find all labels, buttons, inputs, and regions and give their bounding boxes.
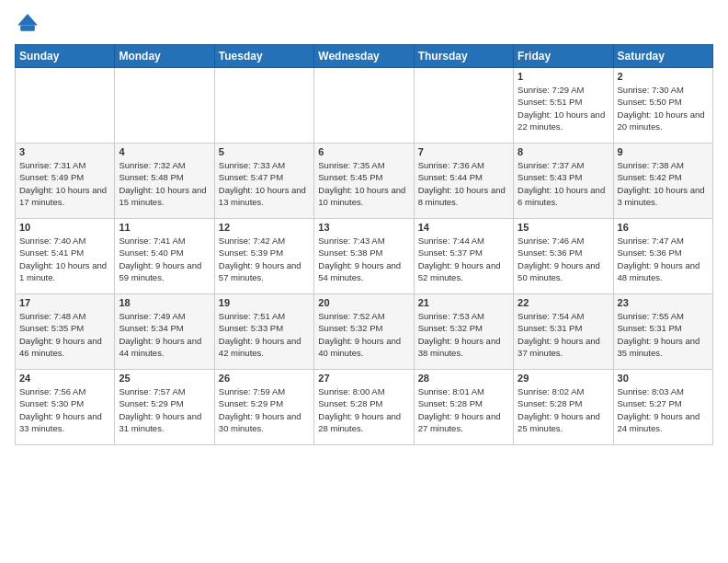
page-header — [15, 11, 713, 37]
day-number: 8 — [518, 146, 609, 157]
day-info: Sunrise: 7:44 AM Sunset: 5:37 PM Dayligh… — [418, 235, 509, 283]
calendar-cell — [16, 68, 115, 144]
calendar-cell: 2Sunrise: 7:30 AM Sunset: 5:50 PM Daylig… — [613, 68, 712, 144]
day-number: 5 — [219, 146, 310, 157]
day-info: Sunrise: 7:59 AM Sunset: 5:29 PM Dayligh… — [219, 385, 310, 434]
day-number: 29 — [518, 373, 609, 384]
calendar-cell: 1Sunrise: 7:29 AM Sunset: 5:51 PM Daylig… — [514, 68, 613, 144]
day-info: Sunrise: 7:55 AM Sunset: 5:31 PM Dayligh… — [618, 310, 709, 359]
svg-rect-1 — [20, 26, 35, 31]
calendar-cell: 26Sunrise: 7:59 AM Sunset: 5:29 PM Dayli… — [214, 370, 313, 445]
day-number: 12 — [219, 222, 310, 233]
day-info: Sunrise: 7:36 AM Sunset: 5:44 PM Dayligh… — [418, 159, 509, 208]
calendar-cell: 9Sunrise: 7:38 AM Sunset: 5:42 PM Daylig… — [613, 144, 712, 219]
day-number: 22 — [518, 297, 609, 308]
calendar-cell: 22Sunrise: 7:54 AM Sunset: 5:31 PM Dayli… — [514, 294, 613, 370]
day-number: 14 — [418, 222, 509, 233]
calendar-cell: 27Sunrise: 8:00 AM Sunset: 5:28 PM Dayli… — [314, 370, 414, 445]
day-number: 10 — [19, 222, 110, 233]
svg-marker-0 — [17, 14, 38, 25]
day-number: 2 — [618, 71, 709, 82]
day-number: 17 — [19, 297, 110, 308]
day-info: Sunrise: 7:33 AM Sunset: 5:47 PM Dayligh… — [219, 159, 310, 208]
day-info: Sunrise: 7:52 AM Sunset: 5:32 PM Dayligh… — [318, 310, 409, 359]
day-number: 13 — [318, 222, 409, 233]
day-info: Sunrise: 8:02 AM Sunset: 5:28 PM Dayligh… — [518, 385, 609, 434]
calendar-cell: 24Sunrise: 7:56 AM Sunset: 5:30 PM Dayli… — [16, 370, 115, 445]
calendar-cell: 20Sunrise: 7:52 AM Sunset: 5:32 PM Dayli… — [314, 294, 414, 370]
day-info: Sunrise: 7:35 AM Sunset: 5:45 PM Dayligh… — [318, 159, 409, 208]
calendar-cell: 4Sunrise: 7:32 AM Sunset: 5:48 PM Daylig… — [115, 144, 214, 219]
weekday-header-thursday: Thursday — [414, 45, 513, 68]
calendar-cell: 16Sunrise: 7:47 AM Sunset: 5:36 PM Dayli… — [613, 219, 712, 294]
calendar-cell: 23Sunrise: 7:55 AM Sunset: 5:31 PM Dayli… — [613, 294, 712, 370]
calendar-cell: 10Sunrise: 7:40 AM Sunset: 5:41 PM Dayli… — [16, 219, 115, 294]
day-info: Sunrise: 7:43 AM Sunset: 5:38 PM Dayligh… — [318, 235, 409, 283]
calendar-cell: 3Sunrise: 7:31 AM Sunset: 5:49 PM Daylig… — [16, 144, 115, 219]
day-number: 23 — [618, 297, 709, 308]
calendar-cell: 13Sunrise: 7:43 AM Sunset: 5:38 PM Dayli… — [314, 219, 414, 294]
day-number: 16 — [618, 222, 709, 233]
day-number: 1 — [518, 71, 609, 82]
calendar-week-1: 1Sunrise: 7:29 AM Sunset: 5:51 PM Daylig… — [16, 68, 713, 144]
day-number: 21 — [418, 297, 509, 308]
calendar-cell: 25Sunrise: 7:57 AM Sunset: 5:29 PM Dayli… — [115, 370, 214, 445]
day-info: Sunrise: 7:31 AM Sunset: 5:49 PM Dayligh… — [19, 159, 110, 208]
calendar-cell: 6Sunrise: 7:35 AM Sunset: 5:45 PM Daylig… — [314, 144, 414, 219]
weekday-header-saturday: Saturday — [613, 45, 712, 68]
logo-icon — [15, 11, 40, 37]
day-number: 15 — [518, 222, 609, 233]
day-info: Sunrise: 7:29 AM Sunset: 5:51 PM Dayligh… — [518, 84, 609, 132]
day-number: 11 — [119, 222, 210, 233]
weekday-header-friday: Friday — [514, 45, 613, 68]
calendar-cell — [414, 68, 513, 144]
day-info: Sunrise: 7:51 AM Sunset: 5:33 PM Dayligh… — [219, 310, 310, 359]
day-number: 9 — [618, 146, 709, 157]
day-info: Sunrise: 7:57 AM Sunset: 5:29 PM Dayligh… — [119, 385, 210, 434]
day-number: 7 — [418, 146, 509, 157]
weekday-header-row: SundayMondayTuesdayWednesdayThursdayFrid… — [16, 45, 713, 68]
calendar-cell — [214, 68, 313, 144]
day-number: 24 — [19, 373, 110, 384]
day-number: 30 — [618, 373, 709, 384]
calendar-body: 1Sunrise: 7:29 AM Sunset: 5:51 PM Daylig… — [16, 68, 713, 445]
day-number: 3 — [19, 146, 110, 157]
day-info: Sunrise: 7:38 AM Sunset: 5:42 PM Dayligh… — [618, 159, 709, 208]
day-info: Sunrise: 8:03 AM Sunset: 5:27 PM Dayligh… — [618, 385, 709, 434]
calendar-cell: 14Sunrise: 7:44 AM Sunset: 5:37 PM Dayli… — [414, 219, 513, 294]
calendar-cell: 11Sunrise: 7:41 AM Sunset: 5:40 PM Dayli… — [115, 219, 214, 294]
calendar-cell — [115, 68, 214, 144]
day-number: 4 — [119, 146, 210, 157]
calendar-cell: 17Sunrise: 7:48 AM Sunset: 5:35 PM Dayli… — [16, 294, 115, 370]
day-info: Sunrise: 7:42 AM Sunset: 5:39 PM Dayligh… — [219, 235, 310, 283]
day-info: Sunrise: 7:48 AM Sunset: 5:35 PM Dayligh… — [19, 310, 110, 359]
day-info: Sunrise: 7:54 AM Sunset: 5:31 PM Dayligh… — [518, 310, 609, 359]
day-info: Sunrise: 8:00 AM Sunset: 5:28 PM Dayligh… — [318, 385, 409, 434]
weekday-header-monday: Monday — [115, 45, 214, 68]
calendar-cell: 21Sunrise: 7:53 AM Sunset: 5:32 PM Dayli… — [414, 294, 513, 370]
calendar-week-2: 3Sunrise: 7:31 AM Sunset: 5:49 PM Daylig… — [16, 144, 713, 219]
weekday-header-sunday: Sunday — [16, 45, 115, 68]
day-number: 18 — [119, 297, 210, 308]
calendar-week-5: 24Sunrise: 7:56 AM Sunset: 5:30 PM Dayli… — [16, 370, 713, 445]
calendar-cell: 29Sunrise: 8:02 AM Sunset: 5:28 PM Dayli… — [514, 370, 613, 445]
day-number: 27 — [318, 373, 409, 384]
calendar-cell: 18Sunrise: 7:49 AM Sunset: 5:34 PM Dayli… — [115, 294, 214, 370]
day-info: Sunrise: 7:56 AM Sunset: 5:30 PM Dayligh… — [19, 385, 110, 434]
calendar-cell: 5Sunrise: 7:33 AM Sunset: 5:47 PM Daylig… — [214, 144, 313, 219]
calendar-cell: 19Sunrise: 7:51 AM Sunset: 5:33 PM Dayli… — [214, 294, 313, 370]
calendar-table: SundayMondayTuesdayWednesdayThursdayFrid… — [15, 44, 713, 445]
day-info: Sunrise: 7:49 AM Sunset: 5:34 PM Dayligh… — [119, 310, 210, 359]
calendar-week-3: 10Sunrise: 7:40 AM Sunset: 5:41 PM Dayli… — [16, 219, 713, 294]
day-number: 6 — [318, 146, 409, 157]
day-number: 28 — [418, 373, 509, 384]
day-number: 25 — [119, 373, 210, 384]
day-number: 20 — [318, 297, 409, 308]
day-number: 26 — [219, 373, 310, 384]
day-info: Sunrise: 7:37 AM Sunset: 5:43 PM Dayligh… — [518, 159, 609, 208]
calendar-cell: 15Sunrise: 7:46 AM Sunset: 5:36 PM Dayli… — [514, 219, 613, 294]
calendar-week-4: 17Sunrise: 7:48 AM Sunset: 5:35 PM Dayli… — [16, 294, 713, 370]
day-info: Sunrise: 7:53 AM Sunset: 5:32 PM Dayligh… — [418, 310, 509, 359]
calendar-cell: 28Sunrise: 8:01 AM Sunset: 5:28 PM Dayli… — [414, 370, 513, 445]
day-number: 19 — [219, 297, 310, 308]
